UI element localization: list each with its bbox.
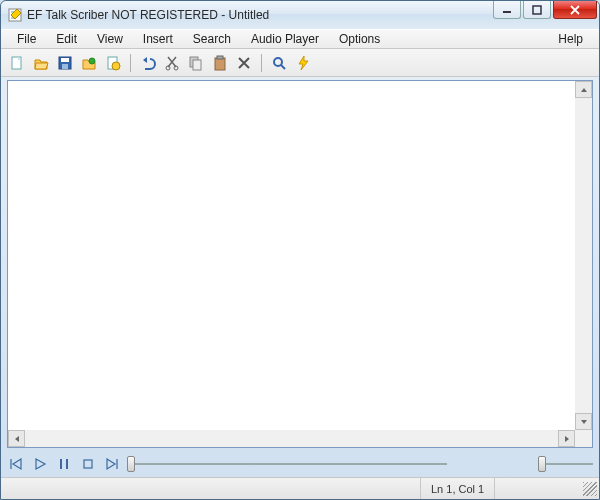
paste-icon: [212, 55, 228, 71]
action-icon: [295, 55, 311, 71]
toolbar-separator: [130, 54, 131, 72]
svg-rect-5: [61, 58, 69, 62]
minimize-button[interactable]: [493, 1, 521, 19]
insert-timestamp-button[interactable]: [103, 53, 123, 73]
play-button[interactable]: [31, 455, 49, 473]
status-cell-main: [1, 478, 421, 499]
find-icon: [271, 55, 287, 71]
skip-next-button[interactable]: [103, 455, 121, 473]
app-window: EF Talk Scriber NOT REGISTERED - Untitle…: [0, 0, 600, 500]
menu-file[interactable]: File: [7, 32, 46, 46]
scrollbar-corner: [575, 430, 592, 447]
insert-timestamp-icon: [105, 55, 121, 71]
svg-rect-13: [193, 60, 201, 70]
svg-rect-14: [215, 58, 225, 70]
svg-rect-6: [62, 64, 68, 69]
copy-icon: [188, 55, 204, 71]
window-title: EF Talk Scriber NOT REGISTERED - Untitle…: [27, 8, 269, 22]
horizontal-scrollbar[interactable]: [8, 430, 575, 447]
cut-icon: [164, 55, 180, 71]
scroll-left-icon[interactable]: [8, 430, 25, 447]
open-audio-icon: [81, 55, 97, 71]
vertical-scrollbar[interactable]: [575, 81, 592, 430]
pause-button[interactable]: [55, 455, 73, 473]
menu-search[interactable]: Search: [183, 32, 241, 46]
open-button[interactable]: [31, 53, 51, 73]
svg-rect-17: [84, 460, 92, 468]
open-audio-button[interactable]: [79, 53, 99, 73]
skip-next-icon: [105, 457, 119, 471]
menu-audio-player[interactable]: Audio Player: [241, 32, 329, 46]
scrollbar-track[interactable]: [575, 98, 592, 413]
volume-slider[interactable]: [538, 455, 593, 473]
window-controls: [493, 1, 599, 19]
delete-icon: [236, 55, 252, 71]
cut-button[interactable]: [162, 53, 182, 73]
undo-icon: [140, 55, 156, 71]
stop-button[interactable]: [79, 455, 97, 473]
action-button[interactable]: [293, 53, 313, 73]
svg-rect-2: [533, 6, 541, 14]
position-slider[interactable]: [127, 455, 447, 473]
menu-help[interactable]: Help: [548, 32, 593, 46]
menu-insert[interactable]: Insert: [133, 32, 183, 46]
maximize-button[interactable]: [523, 1, 551, 19]
scroll-down-icon[interactable]: [575, 413, 592, 430]
svg-point-9: [112, 62, 120, 70]
save-icon: [57, 55, 73, 71]
menubar: File Edit View Insert Search Audio Playe…: [1, 29, 599, 49]
text-editor[interactable]: [8, 81, 575, 430]
find-button[interactable]: [269, 53, 289, 73]
menu-options[interactable]: Options: [329, 32, 390, 46]
new-button[interactable]: [7, 53, 27, 73]
scroll-right-icon[interactable]: [558, 430, 575, 447]
statusbar: Ln 1, Col 1: [1, 477, 599, 499]
svg-rect-15: [217, 56, 223, 59]
svg-rect-1: [503, 11, 511, 13]
skip-prev-button[interactable]: [7, 455, 25, 473]
editor: [7, 80, 593, 448]
pause-icon: [57, 457, 71, 471]
skip-prev-icon: [9, 457, 23, 471]
status-cursor-position: Ln 1, Col 1: [421, 478, 495, 499]
titlebar[interactable]: EF Talk Scriber NOT REGISTERED - Untitle…: [1, 1, 599, 29]
resize-grip-icon[interactable]: [583, 482, 597, 496]
scrollbar-track[interactable]: [25, 430, 558, 447]
menu-edit[interactable]: Edit: [46, 32, 87, 46]
scroll-up-icon[interactable]: [575, 81, 592, 98]
stop-icon: [81, 457, 95, 471]
toolbar-separator: [261, 54, 262, 72]
open-icon: [33, 55, 49, 71]
save-button[interactable]: [55, 53, 75, 73]
svg-point-16: [274, 58, 282, 66]
app-icon: [7, 7, 23, 23]
menu-view[interactable]: View: [87, 32, 133, 46]
editor-area: [7, 80, 593, 448]
close-button[interactable]: [553, 1, 597, 19]
play-icon: [33, 457, 47, 471]
undo-button[interactable]: [138, 53, 158, 73]
copy-button[interactable]: [186, 53, 206, 73]
toolbar: [1, 49, 599, 77]
paste-button[interactable]: [210, 53, 230, 73]
svg-point-7: [89, 58, 95, 64]
delete-button[interactable]: [234, 53, 254, 73]
audio-player-bar: [7, 451, 593, 477]
new-icon: [9, 55, 25, 71]
